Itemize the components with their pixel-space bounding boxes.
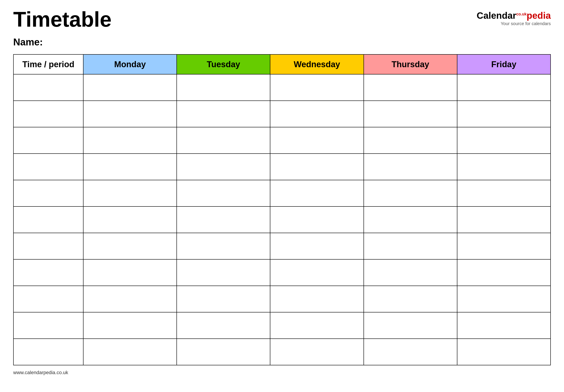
logo-area: Calendarco.ukpedia Your source for calen… (477, 9, 551, 26)
table-cell[interactable] (177, 180, 270, 207)
table-cell[interactable] (14, 233, 83, 259)
table-cell[interactable] (457, 339, 550, 365)
table-row (14, 207, 550, 233)
col-header-monday: Monday (83, 55, 177, 74)
table-cell[interactable] (83, 286, 177, 312)
logo-calendar: Calendar (477, 10, 516, 21)
table-cell[interactable] (83, 339, 177, 365)
table-cell[interactable] (83, 207, 177, 233)
table-cell[interactable] (270, 154, 363, 180)
table-cell[interactable] (364, 74, 457, 101)
table-cell[interactable] (177, 339, 270, 365)
table-cell[interactable] (364, 312, 457, 339)
table-cell[interactable] (270, 180, 363, 207)
table-cell[interactable] (83, 101, 177, 127)
table-row (14, 74, 550, 101)
logo-co-uk: co.uk (516, 12, 526, 16)
table-cell[interactable] (364, 127, 457, 154)
table-cell[interactable] (270, 233, 363, 259)
table-cell[interactable] (177, 259, 270, 286)
table-cell[interactable] (270, 74, 363, 101)
name-label: Name: (13, 37, 551, 48)
table-cell[interactable] (364, 339, 457, 365)
table-row (14, 127, 550, 154)
table-cell[interactable] (14, 101, 83, 127)
table-cell[interactable] (270, 207, 363, 233)
table-cell[interactable] (177, 154, 270, 180)
table-cell[interactable] (177, 233, 270, 259)
table-cell[interactable] (364, 101, 457, 127)
table-cell[interactable] (14, 207, 83, 233)
page-title: Timetable (13, 9, 111, 30)
table-row (14, 233, 550, 259)
table-cell[interactable] (457, 154, 550, 180)
table-cell[interactable] (270, 312, 363, 339)
table-row (14, 339, 550, 365)
table-cell[interactable] (83, 74, 177, 101)
table-cell[interactable] (14, 180, 83, 207)
table-cell[interactable] (457, 312, 550, 339)
table-cell[interactable] (14, 286, 83, 312)
table-cell[interactable] (457, 233, 550, 259)
table-cell[interactable] (83, 312, 177, 339)
table-cell[interactable] (457, 207, 550, 233)
table-cell[interactable] (457, 127, 550, 154)
table-row (14, 154, 550, 180)
table-cell[interactable] (270, 127, 363, 154)
table-cell[interactable] (83, 180, 177, 207)
table-cell[interactable] (14, 259, 83, 286)
table-cell[interactable] (270, 101, 363, 127)
logo-text: Calendarco.ukpedia (477, 11, 551, 20)
table-cell[interactable] (83, 259, 177, 286)
table-cell[interactable] (177, 101, 270, 127)
table-cell[interactable] (457, 74, 550, 101)
table-row (14, 180, 550, 207)
table-cell[interactable] (83, 127, 177, 154)
table-cell[interactable] (270, 259, 363, 286)
table-cell[interactable] (457, 259, 550, 286)
footer-url: www.calendarpedia.co.uk (13, 370, 68, 375)
col-header-thursday: Thursday (364, 55, 457, 74)
table-cell[interactable] (14, 74, 83, 101)
table-cell[interactable] (14, 339, 83, 365)
table-header-row: Time / period Monday Tuesday Wednesday T… (14, 55, 550, 74)
table-cell[interactable] (14, 312, 83, 339)
header: Timetable Calendarco.ukpedia Your source… (13, 9, 551, 30)
timetable-body (14, 74, 550, 365)
col-header-friday: Friday (457, 55, 550, 74)
table-cell[interactable] (177, 74, 270, 101)
table-cell[interactable] (364, 286, 457, 312)
table-row (14, 312, 550, 339)
table-row (14, 286, 550, 312)
table-cell[interactable] (83, 154, 177, 180)
table-cell[interactable] (14, 154, 83, 180)
table-cell[interactable] (270, 339, 363, 365)
table-cell[interactable] (177, 286, 270, 312)
logo-subtitle: Your source for calendars (501, 21, 551, 26)
table-cell[interactable] (364, 154, 457, 180)
table-cell[interactable] (177, 312, 270, 339)
table-cell[interactable] (457, 180, 550, 207)
col-header-tuesday: Tuesday (177, 55, 270, 74)
table-cell[interactable] (270, 286, 363, 312)
table-cell[interactable] (364, 259, 457, 286)
footer: www.calendarpedia.co.uk (13, 370, 551, 376)
col-header-wednesday: Wednesday (270, 55, 363, 74)
table-cell[interactable] (177, 127, 270, 154)
table-cell[interactable] (177, 207, 270, 233)
logo-pedia: pedia (526, 10, 551, 21)
table-cell[interactable] (364, 180, 457, 207)
table-cell[interactable] (457, 101, 550, 127)
table-cell[interactable] (14, 127, 83, 154)
timetable: Time / period Monday Tuesday Wednesday T… (13, 54, 551, 365)
table-cell[interactable] (364, 207, 457, 233)
table-cell[interactable] (364, 233, 457, 259)
col-header-time: Time / period (14, 55, 83, 74)
table-cell[interactable] (457, 286, 550, 312)
table-row (14, 259, 550, 286)
table-cell[interactable] (83, 233, 177, 259)
table-row (14, 101, 550, 127)
